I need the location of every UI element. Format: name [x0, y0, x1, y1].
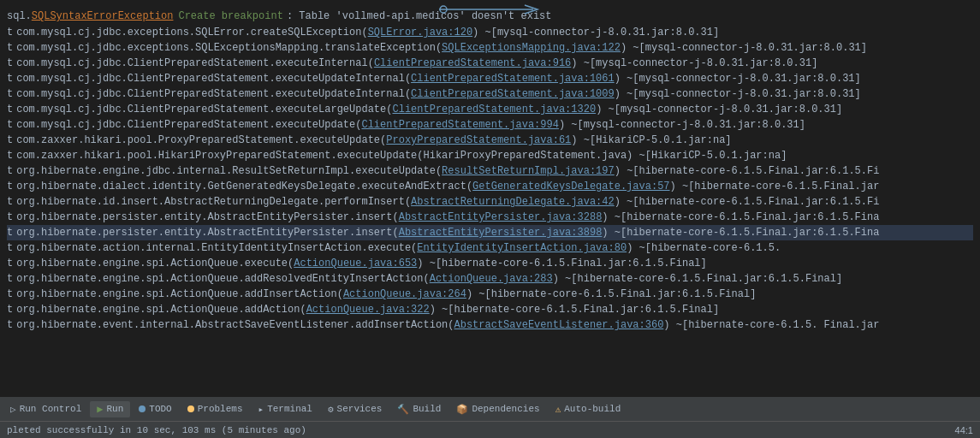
link-15[interactable]: EntityIdentityInsertAction.java:80: [417, 240, 627, 256]
link-18[interactable]: ActionQueue.java:264: [343, 287, 466, 302]
tab-terminal[interactable]: ▸ Terminal: [252, 402, 319, 417]
link-6[interactable]: ClientPreparedStatement.java:1320: [392, 102, 596, 117]
link-16[interactable]: ActionQueue.java:653: [294, 256, 417, 271]
link-3[interactable]: ClientPreparedStatement.java:916: [374, 56, 571, 71]
terminal-label: Terminal: [267, 404, 312, 414]
auto-build-icon: ⚠: [555, 404, 561, 415]
tab-todo[interactable]: TODO: [132, 402, 178, 416]
problems-icon: [187, 405, 194, 412]
stack-line-15: t org.hibernate.action.internal.EntityId…: [7, 240, 973, 256]
stack-line-19: t org.hibernate.engine.spi.ActionQueue.a…: [7, 302, 973, 317]
todo-icon: [139, 405, 146, 412]
stack-line-16: t org.hibernate.engine.spi.ActionQueue.e…: [7, 256, 973, 271]
link-10[interactable]: ResultSetReturnImpl.java:197: [442, 163, 615, 179]
stack-line-2: t com.mysql.cj.jdbc.exceptions.SQLExcept…: [7, 40, 973, 56]
stack-line-11: t org.hibernate.dialect.identity.GetGene…: [7, 179, 973, 194]
auto-build-label: Auto-build: [564, 404, 621, 414]
link-8[interactable]: ProxyPreparedStatement.java:61: [386, 133, 571, 148]
tab-run[interactable]: ▶ Run: [90, 401, 130, 417]
tab-run-control[interactable]: ▷ Run Control: [3, 402, 88, 417]
link-19[interactable]: ActionQueue.java:322: [306, 302, 430, 317]
status-message: pleted successfully in 10 sec, 103 ms (5…: [7, 425, 306, 435]
link-11[interactable]: GetGeneratedKeysDelegate.java:57: [472, 179, 669, 194]
bottom-toolbar: ▷ Run Control ▶ Run TODO Problems ▸ Term…: [0, 397, 980, 421]
exception-class[interactable]: SQLSyntaxErrorException: [32, 9, 174, 24]
stack-line-12: t org.hibernate.id.insert.AbstractReturn…: [7, 194, 973, 210]
link-5[interactable]: ClientPreparedStatement.java:1009: [411, 86, 615, 102]
stack-line-18: t org.hibernate.engine.spi.ActionQueue.a…: [7, 287, 973, 302]
problems-label: Problems: [198, 404, 243, 414]
run-control-label: Run Control: [20, 404, 82, 414]
link-13[interactable]: AbstractEntityPersister.java:3288: [399, 210, 603, 225]
create-breakpoint-button[interactable]: Create breakpoint: [178, 9, 282, 24]
link-20[interactable]: AbstractSaveEventListener.java:360: [454, 317, 664, 333]
stack-line-8: t com.zaxxer.hikari.pool.ProxyPreparedSt…: [7, 133, 973, 148]
run-icon: ▶: [97, 403, 103, 416]
stack-line-3: t com.mysql.cj.jdbc.ClientPreparedStatem…: [7, 56, 973, 71]
link-2[interactable]: SQLExceptionsMapping.java:122: [442, 40, 621, 56]
exception-header-line: sql.SQLSyntaxErrorExceptionCreate breakp…: [7, 3, 973, 24]
stack-line-5: t com.mysql.cj.jdbc.ClientPreparedStatem…: [7, 86, 973, 102]
stack-line-4: t com.mysql.cj.jdbc.ClientPreparedStatem…: [7, 71, 973, 86]
stack-line-14: t org.hibernate.persister.entity.Abstrac…: [7, 225, 973, 240]
run-control-icon: ▷: [10, 404, 16, 415]
build-icon: 🔨: [397, 404, 409, 415]
stack-line-7: t com.mysql.cj.jdbc.ClientPreparedStatem…: [7, 117, 973, 133]
stack-line-17: t org.hibernate.engine.spi.ActionQueue.a…: [7, 271, 973, 287]
services-label: Services: [337, 404, 383, 414]
tab-services[interactable]: ⚙ Services: [321, 402, 389, 417]
tab-dependencies[interactable]: 📦 Dependencies: [449, 402, 546, 417]
stack-line-1: t com.mysql.cj.jdbc.exceptions.SQLError.…: [7, 25, 973, 40]
services-icon: ⚙: [328, 404, 334, 415]
stack-line-6: t com.mysql.cj.jdbc.ClientPreparedStatem…: [7, 102, 973, 117]
build-label: Build: [413, 404, 441, 414]
link-7[interactable]: ClientPreparedStatement.java:994: [361, 117, 558, 133]
run-label: Run: [106, 404, 123, 414]
tab-problems[interactable]: Problems: [181, 402, 250, 416]
arrow-decoration: [439, 2, 550, 17]
stack-line-9: t com.zaxxer.hikari.pool.HikariProxyPrep…: [7, 148, 973, 163]
link-4[interactable]: ClientPreparedStatement.java:1061: [411, 71, 615, 86]
dependencies-icon: 📦: [456, 404, 468, 415]
link-17[interactable]: ActionQueue.java:283: [430, 271, 553, 287]
tab-build[interactable]: 🔨 Build: [390, 402, 448, 417]
terminal-icon: ▸: [258, 404, 264, 415]
stack-line-10: t org.hibernate.engine.jdbc.internal.Res…: [7, 163, 973, 179]
link-12[interactable]: AbstractReturningDelegate.java:42: [411, 194, 615, 210]
link-14[interactable]: AbstractEntityPersister.java:3898: [399, 225, 603, 240]
stack-trace-panel: sql.SQLSyntaxErrorExceptionCreate breakp…: [0, 0, 980, 397]
line-col-indicator: 44:1: [955, 425, 973, 435]
todo-label: TODO: [149, 404, 171, 414]
link-1[interactable]: SQLError.java:120: [368, 25, 472, 40]
tab-auto-build[interactable]: ⚠ Auto-build: [549, 402, 628, 417]
dependencies-label: Dependencies: [472, 404, 539, 414]
stack-line-13: t org.hibernate.persister.entity.Abstrac…: [7, 210, 973, 225]
stack-line-20: t org.hibernate.event.internal.AbstractS…: [7, 317, 973, 333]
sql-prefix: sql.: [7, 9, 32, 24]
status-bar: pleted successfully in 10 sec, 103 ms (5…: [0, 421, 980, 438]
